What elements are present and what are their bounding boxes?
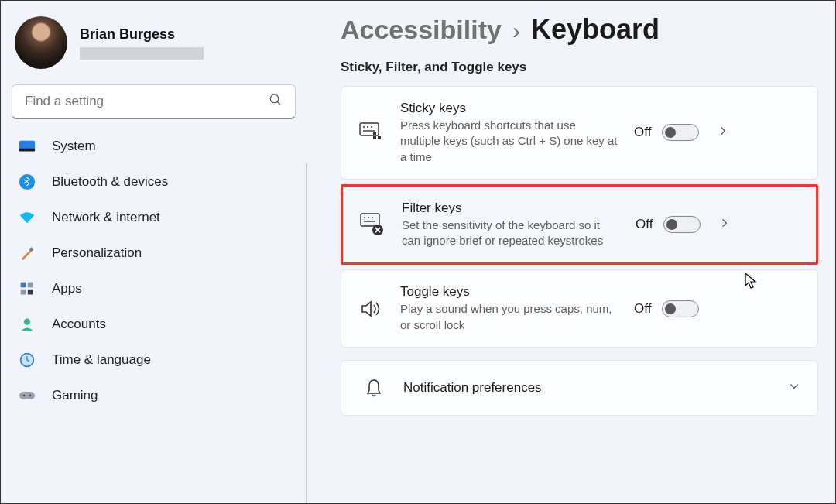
sidebar-item-gaming[interactable]: Gaming — [12, 378, 296, 413]
svg-point-10 — [24, 319, 30, 325]
bell-icon — [358, 378, 389, 398]
toggle-switch[interactable] — [662, 300, 699, 317]
svg-point-14 — [23, 395, 26, 397]
svg-rect-8 — [21, 290, 26, 295]
toggle-state-label: Off — [634, 301, 651, 317]
svg-point-15 — [29, 395, 32, 397]
toggle-switch[interactable] — [663, 216, 701, 233]
sidebar-item-apps[interactable]: Apps — [12, 271, 296, 307]
svg-line-1 — [277, 101, 280, 105]
svg-rect-6 — [21, 283, 26, 288]
sidebar-divider — [306, 163, 307, 504]
svg-rect-24 — [361, 214, 379, 226]
breadcrumb: Accessibility › Keyboard — [341, 13, 818, 46]
search-icon — [269, 93, 283, 110]
svg-rect-23 — [373, 132, 376, 135]
svg-rect-7 — [28, 283, 33, 288]
avatar — [15, 16, 67, 69]
card-title: Sticky keys — [400, 101, 618, 116]
search-input[interactable] — [25, 94, 257, 109]
system-icon — [18, 137, 36, 156]
sidebar-item-label: Accounts — [52, 317, 106, 332]
sidebar-item-label: Network & internet — [52, 210, 160, 225]
chevron-right-icon[interactable] — [719, 218, 730, 231]
sidebar-item-system[interactable]: System — [12, 129, 296, 164]
section-heading: Sticky, Filter, and Toggle keys — [341, 60, 818, 75]
setting-card-toggle-keys[interactable]: Toggle keys Play a sound when you press … — [341, 269, 818, 348]
speaker-icon — [355, 300, 386, 318]
sidebar-item-label: Time & language — [52, 352, 151, 368]
user-name: Brian Burgess — [80, 26, 204, 43]
keyboard-icon — [355, 122, 386, 142]
sidebar-item-label: Gaming — [52, 388, 98, 403]
card-description: Press keyboard shortcuts that use multip… — [400, 118, 618, 165]
toggle-state-label: Off — [636, 217, 653, 232]
chevron-right-icon[interactable] — [718, 125, 728, 139]
apps-icon — [18, 279, 36, 298]
user-email-redacted — [80, 47, 204, 60]
paintbrush-icon — [18, 244, 36, 262]
gamepad-icon — [18, 386, 36, 405]
bluetooth-icon — [18, 173, 36, 191]
card-title: Notification preferences — [403, 380, 765, 396]
card-description: Set the sensitivity of the keyboard so i… — [402, 218, 620, 249]
chevron-right-icon: › — [512, 18, 520, 44]
card-title: Filter keys — [402, 201, 620, 216]
setting-card-sticky-keys[interactable]: Sticky keys Press keyboard shortcuts tha… — [341, 86, 818, 180]
search-box[interactable] — [12, 84, 296, 119]
svg-point-0 — [270, 94, 279, 103]
sidebar-item-label: Personalization — [52, 245, 142, 261]
toggle-switch[interactable] — [662, 124, 699, 141]
sidebar-item-personalization[interactable]: Personalization — [12, 235, 296, 271]
sidebar-item-time-language[interactable]: Time & language — [12, 342, 296, 378]
chevron-down-icon[interactable] — [788, 381, 800, 395]
page-title: Keyboard — [531, 13, 660, 46]
sidebar-item-label: System — [52, 139, 96, 154]
sidebar-item-label: Apps — [52, 281, 82, 297]
user-profile[interactable]: Brian Burgess — [15, 16, 296, 69]
svg-rect-21 — [373, 136, 376, 139]
sidebar-item-accounts[interactable]: Accounts — [12, 307, 296, 342]
setting-card-notification-preferences[interactable]: Notification preferences — [341, 360, 818, 416]
clock-icon — [18, 351, 36, 369]
sidebar-item-bluetooth[interactable]: Bluetooth & devices — [12, 164, 296, 200]
wifi-icon — [18, 208, 36, 227]
svg-rect-3 — [19, 149, 35, 152]
sidebar-item-label: Bluetooth & devices — [52, 174, 168, 190]
svg-rect-22 — [378, 136, 381, 139]
sidebar-item-network[interactable]: Network & internet — [12, 200, 296, 235]
person-icon — [18, 315, 36, 334]
svg-rect-9 — [28, 290, 33, 295]
keyboard-filter-icon — [357, 213, 388, 236]
card-title: Toggle keys — [400, 284, 618, 300]
breadcrumb-parent[interactable]: Accessibility — [341, 15, 502, 45]
toggle-state-label: Off — [634, 125, 651, 140]
card-description: Play a sound when you press caps, num, o… — [400, 301, 618, 333]
setting-card-filter-keys[interactable]: Filter keys Set the sensitivity of the k… — [341, 184, 818, 266]
svg-rect-13 — [19, 392, 35, 399]
